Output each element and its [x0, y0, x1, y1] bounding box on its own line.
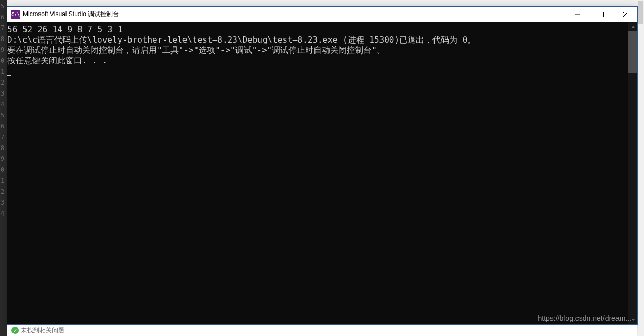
- status-ok-icon: ✓: [11, 327, 19, 334]
- gutter-line: 2: [0, 77, 7, 88]
- console-output[interactable]: 56 52 26 14 9 8 7 5 3 1D:\c\c语言代码上传\love…: [7, 22, 628, 324]
- gutter-line: 4: [0, 99, 7, 110]
- gutter-line: 7: [0, 132, 7, 143]
- console-line: D:\c\c语言代码上传\lovely-brother-lele\test—8.…: [7, 35, 628, 45]
- gutter-line: 3: [0, 197, 7, 208]
- gutter-line: 0: [0, 56, 7, 66]
- gutter-line: 1: [0, 176, 7, 186]
- console-line: 要在调试停止时自动关闭控制台，请启用"工具"->"选项"->"调试"->"调试停…: [7, 45, 628, 56]
- console-line: 按任意键关闭此窗口. . .: [7, 56, 628, 66]
- text-cursor: [7, 75, 11, 76]
- app-icon: C:\: [11, 10, 20, 19]
- gutter-line: 9: [0, 45, 7, 56]
- gutter-line: 2: [0, 186, 7, 197]
- status-message: 未找到相关问题: [21, 326, 64, 335]
- svg-rect-1: [599, 12, 604, 17]
- gutter-line: 4: [0, 208, 7, 219]
- titlebar[interactable]: C:\ Microsoft Visual Studio 调试控制台: [7, 7, 637, 22]
- ide-scroll-thumb[interactable]: [638, 1, 643, 24]
- gutter-line: 0: [0, 165, 7, 176]
- gutter-line: 9: [0, 154, 7, 165]
- scroll-down-button[interactable]: [628, 315, 637, 324]
- vertical-scrollbar[interactable]: [628, 22, 637, 324]
- window-title: Microsoft Visual Studio 调试控制台: [23, 10, 566, 19]
- gutter-line: 5: [0, 1, 7, 12]
- gutter-line: 5: [0, 110, 7, 121]
- maximize-button[interactable]: [589, 7, 613, 22]
- ide-statusbar: ✓ 未找到相关问题: [7, 325, 637, 336]
- gutter-line: 8: [0, 143, 7, 154]
- gutter-line: 6: [0, 121, 7, 132]
- console-line: 56 52 26 14 9 8 7 5 3 1: [7, 24, 628, 35]
- gutter-line: 6: [0, 12, 7, 23]
- gutter-line: 7: [0, 23, 7, 34]
- scroll-thumb[interactable]: [628, 31, 637, 73]
- ide-right-scroll[interactable]: [638, 0, 644, 336]
- window-controls: [566, 7, 637, 22]
- close-button[interactable]: [613, 7, 637, 22]
- gutter-line: 8: [0, 34, 7, 45]
- gutter-line: 1: [0, 66, 7, 77]
- editor-line-gutter: 56789012345678901234: [0, 0, 7, 336]
- scroll-up-button[interactable]: [628, 22, 637, 31]
- gutter-line: 3: [0, 88, 7, 99]
- minimize-button[interactable]: [566, 7, 589, 22]
- console-window: C:\ Microsoft Visual Studio 调试控制台 56 52 …: [7, 6, 638, 325]
- console-body: 56 52 26 14 9 8 7 5 3 1D:\c\c语言代码上传\love…: [7, 22, 637, 324]
